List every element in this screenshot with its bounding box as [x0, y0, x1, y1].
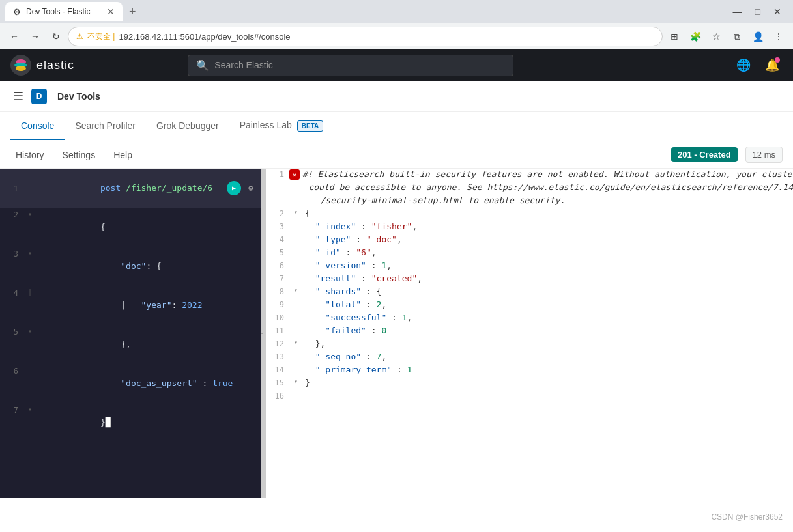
time-badge: 12 ms	[745, 147, 783, 163]
translate-button[interactable]: ⊞	[665, 27, 684, 46]
right-content-6: "_version" : 1,	[302, 260, 793, 270]
run-button[interactable]: ▶	[227, 181, 241, 195]
right-content-2: {	[302, 208, 793, 218]
right-content-12: },	[302, 339, 793, 348]
history-button[interactable]: History	[10, 147, 50, 163]
line-content-6: "doc_as_upsert" : true	[36, 364, 261, 403]
split-view-button[interactable]: ⧉	[728, 27, 746, 46]
right-content-1b: could be accessible to anyone. See https…	[291, 182, 793, 192]
url-bar[interactable]: ⚠ 不安全 | 192.168.42.111:5601/app/dev_tool…	[68, 27, 663, 46]
help-button[interactable]: Help	[108, 147, 137, 163]
tab-grok-debugger[interactable]: Grok Debugger	[146, 113, 229, 140]
right-content-4: "_type" : "_doc",	[302, 234, 793, 244]
elastic-logo-icon	[10, 55, 31, 76]
close-button[interactable]: ✕	[767, 4, 788, 20]
maximize-button[interactable]: □	[749, 4, 767, 20]
share-button[interactable]: 🌐	[733, 55, 754, 76]
right-content-8: "_shards" : {	[302, 287, 793, 296]
line-num-1: 1	[0, 182, 23, 195]
right-line-7: 7 "result" : "created",	[266, 273, 793, 286]
right-line-num-2: 2	[266, 208, 289, 218]
right-gutter-2: ▾	[289, 208, 302, 216]
global-search-bar[interactable]: 🔍 Search Elastic	[188, 55, 513, 76]
right-line-num-1: 1	[266, 169, 289, 179]
right-line-14: 14 "_primary_term" : 1	[266, 364, 793, 377]
right-line-2: 2 ▾ {	[266, 208, 793, 221]
tab-console[interactable]: Console	[10, 113, 65, 140]
right-line-15: 15 ▾ }	[266, 377, 793, 390]
line-gutter-5: ▾	[23, 325, 36, 338]
right-line-4: 4 "_type" : "_doc",	[266, 234, 793, 247]
right-line-5: 5 "_id" : "6",	[266, 247, 793, 260]
browser-titlebar: ⚙ Dev Tools - Elastic ✕ + — □ ✕	[0, 0, 793, 23]
refresh-button[interactable]: ↻	[47, 27, 65, 46]
right-gutter-1: ✕	[289, 169, 300, 180]
right-line-9: 9 "total" : 2,	[266, 299, 793, 312]
code-line-5: 5 ▾ },	[0, 325, 261, 364]
forward-button[interactable]: →	[26, 27, 44, 46]
right-line-1b: could be accessible to anyone. See https…	[266, 182, 793, 195]
right-content-9: "total" : 2,	[302, 300, 793, 309]
wrench-button[interactable]: ⚙	[244, 181, 258, 195]
tabs-bar: Console Search Profiler Grok Debugger Pa…	[0, 112, 793, 141]
right-content-1c: /security-minimal-setup.html to enable s…	[302, 195, 793, 205]
status-badge: 201 - Created	[671, 147, 738, 162]
url-text: 192.168.42.111:5601/app/dev_tools#/conso…	[119, 32, 654, 42]
browser-action-buttons: ⊞ 🧩 ☆ ⧉ 👤 ⋮	[665, 27, 788, 46]
right-line-16: 16	[266, 390, 793, 403]
right-line-12: 12 ▾ },	[266, 338, 793, 351]
tab-close-btn[interactable]: ✕	[107, 7, 115, 17]
path-text: /fisher/_update/6	[126, 183, 212, 193]
code-line-7: 7 ▾ }█	[0, 403, 261, 442]
request-editor[interactable]: 1 post /fisher/_update/6 ▶ ⚙ 2 ▾ {	[0, 169, 261, 498]
code-area-right: 1 ✕ #! Elasticsearch built-in security f…	[266, 169, 793, 403]
top-navigation-bar: elastic 🔍 Search Elastic 🌐 🔔	[0, 49, 793, 81]
breadcrumb-devtools[interactable]: Dev Tools	[52, 89, 106, 104]
extensions-button[interactable]: 🧩	[686, 27, 704, 46]
back-button[interactable]: ←	[5, 27, 23, 46]
app-icon-badge: D	[31, 89, 47, 104]
right-content-13: "_seq_no" : 7,	[302, 352, 793, 361]
code-line-2: 2 ▾ {	[0, 208, 261, 247]
search-icon: 🔍	[196, 59, 209, 72]
beta-badge: BETA	[297, 120, 323, 132]
elastic-wordmark: elastic	[36, 59, 74, 72]
profile-button[interactable]: 👤	[749, 27, 767, 46]
browser-chrome: ⚙ Dev Tools - Elastic ✕ + — □ ✕ ← → ↻ ⚠ …	[0, 0, 793, 49]
line-num-3: 3	[0, 247, 23, 260]
address-bar-row: ← → ↻ ⚠ 不安全 | 192.168.42.111:5601/app/de…	[0, 23, 793, 49]
code-line-1: 1 post /fisher/_update/6 ▶ ⚙	[0, 169, 261, 208]
right-content-14: "_primary_term" : 1	[302, 365, 793, 374]
top-bar-right-icons: 🌐 🔔	[733, 55, 783, 76]
minimize-button[interactable]: —	[727, 4, 749, 20]
tab-search-profiler[interactable]: Search Profiler	[65, 113, 146, 140]
line-num-4: 4	[0, 286, 23, 300]
line-num-7: 7	[0, 403, 23, 417]
line-num-5: 5	[0, 325, 23, 339]
line-content-1: post /fisher/_update/6	[36, 169, 224, 208]
right-content-11: "failed" : 0	[302, 326, 793, 335]
notifications-button[interactable]: 🔔	[762, 55, 783, 76]
line-gutter-3: ▾	[23, 247, 36, 260]
browser-tab[interactable]: ⚙ Dev Tools - Elastic ✕	[5, 2, 123, 21]
line-content-2: {	[36, 208, 261, 247]
new-tab-button[interactable]: +	[125, 5, 140, 19]
tab-painless-lab[interactable]: Painless Lab BETA	[229, 112, 334, 141]
code-line-4: 4 | | "year": 2022	[0, 286, 261, 325]
right-line-1: 1 ✕ #! Elasticsearch built-in security f…	[266, 169, 793, 182]
menu-button[interactable]: ⋮	[770, 27, 788, 46]
bookmark-button[interactable]: ☆	[707, 27, 725, 46]
search-placeholder-text: Search Elastic	[214, 60, 272, 70]
right-line-8: 8 ▾ "_shards" : {	[266, 286, 793, 299]
elastic-logo[interactable]: elastic	[10, 55, 74, 76]
right-content-3: "_index" : "fisher",	[302, 221, 793, 231]
right-content-5: "_id" : "6",	[302, 247, 793, 257]
settings-button[interactable]: Settings	[57, 147, 101, 163]
response-panel[interactable]: 1 ✕ #! Elasticsearch built-in security f…	[263, 169, 793, 498]
right-line-6: 6 "_version" : 1,	[266, 260, 793, 273]
console-toolbar: History Settings Help 201 - Created 12 m…	[0, 141, 793, 169]
code-area-left: 1 post /fisher/_update/6 ▶ ⚙ 2 ▾ {	[0, 169, 261, 442]
right-content-10: "successful" : 1,	[302, 313, 793, 322]
right-line-3: 3 "_index" : "fisher",	[266, 221, 793, 234]
hamburger-menu-button[interactable]: ☰	[10, 87, 26, 106]
